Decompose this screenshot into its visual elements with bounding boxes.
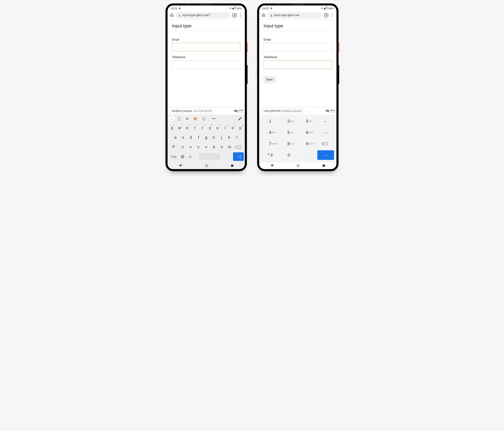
key-j[interactable]: j xyxy=(218,133,225,142)
at-key[interactable]: @ xyxy=(179,152,186,161)
key-d[interactable]: d xyxy=(187,133,194,142)
url-bar[interactable]: 🔒 input-type.glitch.me/? xyxy=(176,12,230,18)
numkey-0[interactable]: 0+ xyxy=(279,150,298,160)
numkey-5[interactable]: 5JKL xyxy=(279,128,298,137)
browser-toolbar: 🔒 input-type.glitch.me/? :D ⋮ xyxy=(168,11,245,19)
key-h[interactable]: h xyxy=(210,133,217,142)
key-z[interactable]: z xyxy=(179,143,187,151)
key-r[interactable]: r4 xyxy=(191,124,198,132)
key-t[interactable]: t5 xyxy=(199,124,206,132)
email-label: Email xyxy=(172,38,240,41)
keyboard-toolbar: ‹ 📋 ⚙ 🎨 ◫ ••• 🎤̸ xyxy=(168,115,245,122)
signal-icon xyxy=(232,7,234,9)
tabs-button[interactable]: :D xyxy=(324,13,328,17)
numkey-9[interactable]: 9WXYZ xyxy=(298,139,316,149)
enter-key[interactable]: → xyxy=(317,150,334,160)
nav-back-icon[interactable] xyxy=(271,165,274,167)
key-g[interactable]: g xyxy=(203,133,210,142)
autofill-bar: +44123456789foo@bar.example O┯ xyxy=(259,107,336,115)
shift-key[interactable] xyxy=(169,143,179,151)
key-q[interactable]: q1 xyxy=(169,124,175,132)
clipboard-icon[interactable]: 📋 xyxy=(175,116,183,122)
telephone-label: Telephone xyxy=(264,56,332,59)
battery-icon xyxy=(326,7,328,9)
numkey-4[interactable]: 4GHI xyxy=(261,128,279,137)
key-o[interactable]: o9 xyxy=(229,124,236,132)
key-i[interactable]: i8 xyxy=(222,124,229,132)
numkey-3[interactable]: 3DEF xyxy=(298,116,316,126)
hourglass-icon: ⧗ xyxy=(179,7,181,9)
telephone-field[interactable] xyxy=(172,60,240,69)
battery-pct: 34% xyxy=(237,7,242,10)
telephone-field[interactable] xyxy=(264,60,332,69)
card-icon[interactable] xyxy=(331,110,334,112)
nav-home-icon[interactable] xyxy=(205,164,208,167)
home-icon[interactable] xyxy=(170,13,174,18)
key-m[interactable]: m xyxy=(226,143,233,151)
tabs-button[interactable]: :D xyxy=(233,13,237,17)
numkey-6[interactable]: 6MNO xyxy=(298,128,316,137)
key-f[interactable]: f xyxy=(195,133,202,142)
key-u[interactable]: u7 xyxy=(214,124,221,132)
mic-off-icon[interactable]: 🎤̸ xyxy=(236,116,243,122)
key-b[interactable]: b xyxy=(210,143,218,151)
key-p[interactable]: p0 xyxy=(237,124,244,132)
nav-recent-icon[interactable] xyxy=(231,165,233,167)
phone-left: 19:23 ⧗ ▾ 34% 🔒 input-type.glitch.me/? :… xyxy=(165,3,247,171)
space-key[interactable] xyxy=(316,128,335,137)
gear-icon[interactable]: ⚙ xyxy=(184,116,191,122)
email-field[interactable] xyxy=(172,43,240,51)
key-s[interactable]: s xyxy=(180,133,187,142)
nav-home-icon[interactable] xyxy=(297,164,299,167)
numkey-8[interactable]: 8TUV xyxy=(279,139,298,149)
numkey-7[interactable]: 7PQRS xyxy=(261,139,279,149)
key-c[interactable]: c xyxy=(195,143,202,151)
onehand-icon[interactable]: ◫ xyxy=(200,116,207,122)
key-w[interactable]: w2 xyxy=(176,124,183,132)
space-key[interactable] xyxy=(194,152,225,161)
backspace-key[interactable]: × xyxy=(316,139,335,149)
autofill-chip[interactable]: +44123456789foo@bar.example xyxy=(261,108,304,113)
signal-icon xyxy=(324,7,325,9)
battery-icon xyxy=(234,7,236,9)
key-k[interactable]: k xyxy=(226,133,233,142)
phone-right: 19:23 ⧗ ▾ 34% 🔒 input-type.glitch.me :D … xyxy=(257,3,339,171)
symbols-key[interactable]: ?123 xyxy=(169,152,179,161)
back-icon[interactable]: ‹ xyxy=(169,116,174,122)
url-bar[interactable]: 🔒 input-type.glitch.me xyxy=(267,12,322,18)
key-icon[interactable]: O┯ xyxy=(234,109,237,112)
hourglass-icon: ⧗ xyxy=(270,7,272,9)
battery-pct: 34% xyxy=(328,7,333,10)
backspace-key[interactable]: × xyxy=(234,143,244,151)
dot-key[interactable]: . xyxy=(225,152,232,161)
qwerty-keyboard: q1w2e3r4t5y6u7i8o9p0 asdfghjkl zxcvbnm ×… xyxy=(168,122,245,162)
autofill-bar: foo@bar.example+44 1234 56789 O┯ xyxy=(168,107,245,115)
email-field[interactable] xyxy=(264,43,332,51)
emoji-key[interactable]: ☺ xyxy=(187,152,194,161)
key-a[interactable]: a xyxy=(172,133,179,142)
key-l[interactable]: l xyxy=(233,133,240,142)
key-n[interactable]: n xyxy=(218,143,225,151)
nav-recent-icon[interactable] xyxy=(323,165,325,167)
enter-key[interactable]: →| xyxy=(233,152,244,161)
palette-icon[interactable]: 🎨 xyxy=(192,116,199,122)
save-button[interactable]: Save xyxy=(264,76,275,83)
numkey-1[interactable]: 1 xyxy=(261,116,279,126)
numkey-2[interactable]: 2ABC xyxy=(279,116,298,126)
card-icon[interactable] xyxy=(239,110,243,112)
numkey-*#[interactable]: * # xyxy=(261,150,279,160)
home-icon[interactable] xyxy=(261,13,265,18)
key-x[interactable]: x xyxy=(187,143,194,151)
numkey-–[interactable]: – xyxy=(316,116,335,126)
more-icon[interactable]: ••• xyxy=(210,116,217,122)
lock-icon: 🔒 xyxy=(178,14,181,17)
numkey-.[interactable]: . xyxy=(298,150,317,160)
key-e[interactable]: e3 xyxy=(184,124,191,132)
email-label: Email xyxy=(264,38,332,41)
page-title: Input type xyxy=(264,23,332,30)
autofill-chip[interactable]: foo@bar.example+44 1234 56789 xyxy=(170,108,214,113)
key-icon[interactable]: O┯ xyxy=(326,109,329,112)
key-v[interactable]: v xyxy=(203,143,210,151)
key-y[interactable]: y6 xyxy=(207,124,213,132)
nav-back-icon[interactable] xyxy=(179,165,182,167)
